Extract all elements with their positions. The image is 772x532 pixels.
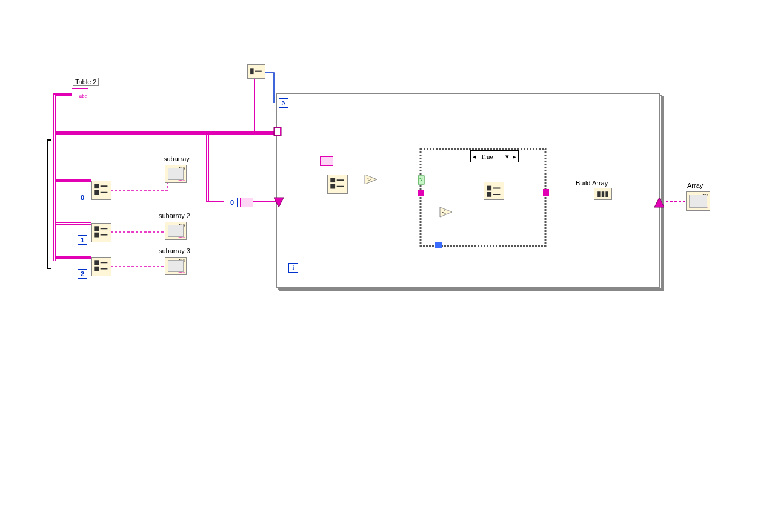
indicator-array[interactable]: I23 abc bbox=[686, 191, 710, 211]
replace-array-element-node[interactable] bbox=[484, 182, 504, 200]
string-type-glyph: abc bbox=[702, 205, 709, 210]
minus-one-glyph: -1 bbox=[442, 209, 447, 215]
numeric-type-glyph: I23 bbox=[702, 193, 708, 198]
case-value: True bbox=[478, 152, 504, 161]
svg-rect-23 bbox=[435, 242, 442, 248]
svg-text:?: ? bbox=[419, 177, 423, 184]
svg-rect-25 bbox=[487, 186, 491, 191]
case-next-arrow-icon[interactable]: ▸ bbox=[511, 152, 518, 161]
decrement-node[interactable]: -1 bbox=[439, 206, 451, 218]
case-selector[interactable]: ◂ True ▾ ▸ bbox=[470, 150, 519, 162]
build-array-icon bbox=[596, 190, 610, 198]
case-prev-arrow-icon[interactable]: ◂ bbox=[471, 152, 478, 161]
label-build-array: Build Array bbox=[576, 179, 608, 187]
label-array: Array bbox=[687, 182, 703, 189]
svg-rect-22 bbox=[543, 189, 549, 196]
case-structure[interactable]: ? bbox=[0, 0, 772, 532]
svg-rect-28 bbox=[602, 191, 604, 197]
svg-rect-26 bbox=[487, 192, 491, 197]
svg-rect-21 bbox=[418, 190, 424, 196]
case-dropdown-arrow-icon[interactable]: ▾ bbox=[504, 152, 511, 161]
svg-rect-29 bbox=[605, 191, 608, 197]
build-array-node[interactable] bbox=[594, 188, 612, 200]
svg-rect-27 bbox=[597, 191, 600, 197]
array-replace-icon bbox=[486, 184, 502, 198]
svg-rect-18 bbox=[421, 149, 545, 246]
